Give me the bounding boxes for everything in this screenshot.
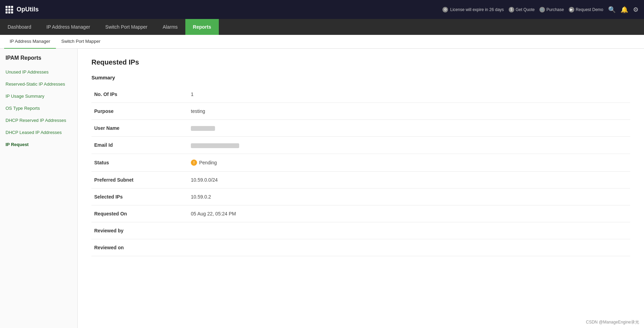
notifications-button[interactable]: 🔔 bbox=[621, 6, 628, 13]
section-title: Summary bbox=[91, 75, 630, 80]
status-pending-icon: ! bbox=[191, 160, 197, 166]
top-right-area: ⚙ License will expire in 26 days $ Get Q… bbox=[442, 6, 638, 13]
field-label-reviewed-on: Reviewed on bbox=[91, 239, 188, 256]
purchase-link[interactable]: 🛒 Purchase bbox=[539, 7, 564, 12]
sidebar-item-os-type[interactable]: OS Type Reports bbox=[0, 102, 77, 114]
table-row-purpose: Purpose testing bbox=[91, 103, 630, 120]
field-label-requested-on: Requested On bbox=[91, 205, 188, 222]
get-quote-icon: $ bbox=[509, 7, 514, 12]
field-value-preferred-subnet: 10.59.0.0/24 bbox=[188, 171, 630, 188]
nav-switch-port-mapper[interactable]: Switch Port Mapper bbox=[98, 19, 155, 35]
table-row-preferred-subnet: Preferred Subnet 10.59.0.0/24 bbox=[91, 171, 630, 188]
sidebar-item-ip-usage-summary[interactable]: IP Usage Summary bbox=[0, 90, 77, 102]
sidebar-item-dhcp-leased[interactable]: DHCP Leased IP Addresses bbox=[0, 126, 77, 138]
get-quote-link[interactable]: $ Get Quote bbox=[509, 7, 535, 12]
nav-ip-address-manager[interactable]: IP Address Manager bbox=[39, 19, 98, 35]
license-icon: ⚙ bbox=[442, 7, 448, 12]
table-row-reviewed-by: Reviewed by bbox=[91, 222, 630, 239]
field-value-status: ! Pending bbox=[188, 154, 630, 171]
field-label-no-of-ips: No. Of IPs bbox=[91, 86, 188, 103]
field-value-email-id bbox=[188, 137, 630, 154]
sidebar-item-reserved-static[interactable]: Reserved-Static IP Addresses bbox=[0, 78, 77, 90]
table-row-reviewed-on: Reviewed on bbox=[91, 239, 630, 256]
watermark: CSDN @ManageEngine录光 bbox=[586, 319, 639, 325]
field-value-selected-ips: 10.59.0.2 bbox=[188, 188, 630, 205]
license-notice: ⚙ License will expire in 26 days bbox=[442, 7, 504, 12]
status-pending-label: Pending bbox=[199, 160, 217, 165]
tab-switch-port-mapper[interactable]: Switch Port Mapper bbox=[56, 35, 106, 49]
sidebar-item-ip-request[interactable]: IP Request bbox=[0, 138, 77, 151]
sidebar: IPAM Reports Unused IP Addresses Reserve… bbox=[0, 49, 78, 328]
email-id-redacted bbox=[191, 143, 239, 148]
field-label-reviewed-by: Reviewed by bbox=[91, 222, 188, 239]
table-row-no-of-ips: No. Of IPs 1 bbox=[91, 86, 630, 103]
field-label-purpose: Purpose bbox=[91, 103, 188, 120]
settings-button[interactable]: ⚙ bbox=[633, 6, 638, 13]
sub-tabs-bar: IP Address Manager Switch Port Mapper bbox=[0, 35, 644, 49]
top-header: OpUtils ⚙ License will expire in 26 days… bbox=[0, 0, 644, 19]
user-name-redacted bbox=[191, 126, 215, 131]
table-row-email-id: Email Id bbox=[91, 137, 630, 154]
sidebar-item-unused-ip[interactable]: Unused IP Addresses bbox=[0, 66, 77, 78]
detail-table: No. Of IPs 1 Purpose testing User Name E… bbox=[91, 86, 630, 256]
table-row-selected-ips: Selected IPs 10.59.0.2 bbox=[91, 188, 630, 205]
request-demo-link[interactable]: ▶ Request Demo bbox=[569, 7, 603, 12]
field-label-status: Status bbox=[91, 154, 188, 171]
main-nav: Dashboard IP Address Manager Switch Port… bbox=[0, 19, 644, 35]
search-button[interactable]: 🔍 bbox=[608, 6, 616, 13]
logo-area: OpUtils bbox=[6, 6, 39, 13]
status-pending-container: ! Pending bbox=[191, 160, 627, 166]
field-value-reviewed-by bbox=[188, 222, 630, 239]
sidebar-title: IPAM Reports bbox=[0, 55, 77, 66]
content-area: Requested IPs Summary No. Of IPs 1 Purpo… bbox=[78, 49, 644, 328]
field-value-purpose: testing bbox=[188, 103, 630, 120]
field-value-requested-on: 05 Aug 22, 05:24 PM bbox=[188, 205, 630, 222]
field-value-user-name bbox=[188, 120, 630, 137]
nav-dashboard[interactable]: Dashboard bbox=[0, 19, 39, 35]
nav-reports[interactable]: Reports bbox=[185, 19, 219, 35]
nav-alarms[interactable]: Alarms bbox=[155, 19, 185, 35]
request-demo-icon: ▶ bbox=[569, 7, 574, 12]
main-layout: IPAM Reports Unused IP Addresses Reserve… bbox=[0, 49, 644, 328]
app-grid-icon bbox=[6, 6, 13, 13]
field-label-user-name: User Name bbox=[91, 120, 188, 137]
sidebar-item-dhcp-reserved[interactable]: DHCP Reserved IP Addresses bbox=[0, 114, 77, 126]
table-row-requested-on: Requested On 05 Aug 22, 05:24 PM bbox=[91, 205, 630, 222]
license-text: License will expire in 26 days bbox=[450, 7, 504, 12]
table-row-status: Status ! Pending bbox=[91, 154, 630, 171]
field-label-selected-ips: Selected IPs bbox=[91, 188, 188, 205]
field-value-reviewed-on bbox=[188, 239, 630, 256]
field-value-no-of-ips: 1 bbox=[188, 86, 630, 103]
field-label-preferred-subnet: Preferred Subnet bbox=[91, 171, 188, 188]
purchase-icon: 🛒 bbox=[539, 7, 545, 12]
page-title: Requested IPs bbox=[91, 58, 630, 66]
field-label-email-id: Email Id bbox=[91, 137, 188, 154]
tab-ip-address-manager[interactable]: IP Address Manager bbox=[4, 35, 56, 49]
table-row-user-name: User Name bbox=[91, 120, 630, 137]
app-name: OpUtils bbox=[17, 6, 39, 13]
